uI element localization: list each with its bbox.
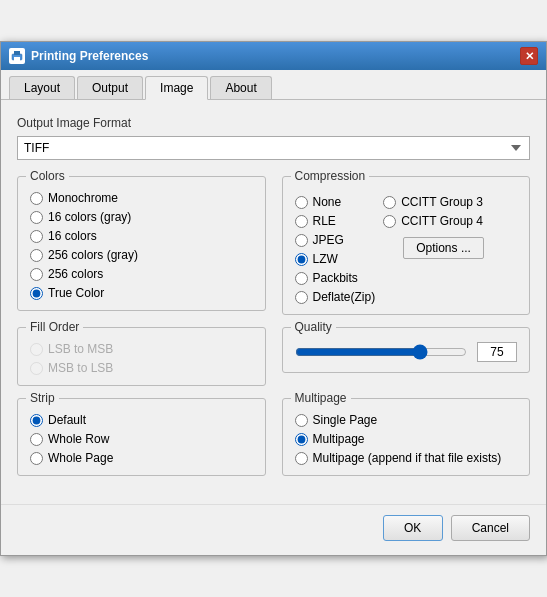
compression-col: Compression None RLE JPEG — [282, 176, 531, 327]
output-format-section: Output Image Format TIFF JPEG PNG BMP — [17, 116, 530, 160]
options-button[interactable]: Options ... — [403, 237, 484, 259]
comp-jpeg[interactable]: JPEG — [295, 233, 376, 247]
strip-multipage-row: Strip Default Whole Row Whole Page — [17, 398, 530, 488]
comp-jpeg-radio[interactable] — [295, 234, 308, 247]
compression-col2: CCITT Group 3 CCITT Group 4 Options ... — [383, 195, 484, 304]
svg-rect-1 — [14, 51, 20, 55]
comp-lzw-radio[interactable] — [295, 253, 308, 266]
color-gray256-radio[interactable] — [30, 249, 43, 262]
comp-ccitt4-radio[interactable] — [383, 215, 396, 228]
comp-none-radio[interactable] — [295, 196, 308, 209]
strip-title: Strip — [26, 391, 59, 405]
multipage-single[interactable]: Single Page — [295, 413, 518, 427]
printer-icon — [9, 48, 25, 64]
tab-output[interactable]: Output — [77, 76, 143, 99]
multipage-title: Multipage — [291, 391, 351, 405]
fillorder-msb-radio — [30, 362, 43, 375]
color-gray16[interactable]: 16 colors (gray) — [30, 210, 253, 224]
fillorder-lsb-radio — [30, 343, 43, 356]
strip-default-radio[interactable] — [30, 414, 43, 427]
color-col256-radio[interactable] — [30, 268, 43, 281]
strip-default[interactable]: Default — [30, 413, 253, 427]
compression-group: Compression None RLE JPEG — [282, 176, 531, 315]
strip-col: Strip Default Whole Row Whole Page — [17, 398, 266, 488]
title-bar: Printing Preferences ✕ — [1, 42, 546, 70]
multipage-col: Multipage Single Page Multipage Multipag… — [282, 398, 531, 488]
comp-rle[interactable]: RLE — [295, 214, 376, 228]
compression-col1: None RLE JPEG LZW — [295, 195, 376, 304]
quality-slider[interactable] — [295, 344, 468, 360]
strip-wholerow-radio[interactable] — [30, 433, 43, 446]
comp-ccitt3-radio[interactable] — [383, 196, 396, 209]
multipage-group: Multipage Single Page Multipage Multipag… — [282, 398, 531, 476]
comp-none[interactable]: None — [295, 195, 376, 209]
color-gray256[interactable]: 256 colors (gray) — [30, 248, 253, 262]
color-col16[interactable]: 16 colors — [30, 229, 253, 243]
color-truecolor[interactable]: True Color — [30, 286, 253, 300]
close-button[interactable]: ✕ — [520, 47, 538, 65]
ok-button[interactable]: OK — [383, 515, 443, 541]
output-format-label: Output Image Format — [17, 116, 530, 130]
tab-content: Output Image Format TIFF JPEG PNG BMP Co… — [1, 100, 546, 504]
multipage-single-radio[interactable] — [295, 414, 308, 427]
comp-ccitt3[interactable]: CCITT Group 3 — [383, 195, 484, 209]
cancel-button[interactable]: Cancel — [451, 515, 530, 541]
fillorder-quality-row: Fill Order LSB to MSB MSB to LSB Quality — [17, 327, 530, 398]
comp-packbits[interactable]: Packbits — [295, 271, 376, 285]
colors-radio-group: Monochrome 16 colors (gray) 16 colors 25… — [30, 191, 253, 300]
footer: OK Cancel — [1, 504, 546, 555]
color-mono[interactable]: Monochrome — [30, 191, 253, 205]
colors-group: Colors Monochrome 16 colors (gray) 16 co… — [17, 176, 266, 311]
strip-group: Strip Default Whole Row Whole Page — [17, 398, 266, 476]
multipage-multi-radio[interactable] — [295, 433, 308, 446]
title-bar-left: Printing Preferences — [9, 48, 148, 64]
fillorder-msb: MSB to LSB — [30, 361, 253, 375]
colors-col: Colors Monochrome 16 colors (gray) 16 co… — [17, 176, 266, 327]
tab-about[interactable]: About — [210, 76, 271, 99]
comp-lzw[interactable]: LZW — [295, 252, 376, 266]
format-dropdown[interactable]: TIFF JPEG PNG BMP — [17, 136, 530, 160]
tab-layout[interactable]: Layout — [9, 76, 75, 99]
comp-ccitt4[interactable]: CCITT Group 4 — [383, 214, 484, 228]
multipage-radio-group: Single Page Multipage Multipage (append … — [295, 413, 518, 465]
color-mono-radio[interactable] — [30, 192, 43, 205]
fillorder-lsb: LSB to MSB — [30, 342, 253, 356]
tab-image[interactable]: Image — [145, 76, 208, 100]
strip-radio-group: Default Whole Row Whole Page — [30, 413, 253, 465]
color-col256[interactable]: 256 colors — [30, 267, 253, 281]
comp-deflate-radio[interactable] — [295, 291, 308, 304]
comp-deflate[interactable]: Deflate(Zip) — [295, 290, 376, 304]
colors-title: Colors — [26, 169, 69, 183]
svg-rect-2 — [14, 57, 20, 61]
comp-rle-radio[interactable] — [295, 215, 308, 228]
strip-wholepage-radio[interactable] — [30, 452, 43, 465]
compression-title: Compression — [291, 169, 370, 183]
quality-value-input[interactable] — [477, 342, 517, 362]
window-title: Printing Preferences — [31, 49, 148, 63]
fillorder-group: Fill Order LSB to MSB MSB to LSB — [17, 327, 266, 386]
tab-bar: Layout Output Image About — [1, 70, 546, 100]
fillorder-col: Fill Order LSB to MSB MSB to LSB — [17, 327, 266, 398]
strip-wholepage[interactable]: Whole Page — [30, 451, 253, 465]
strip-wholerow[interactable]: Whole Row — [30, 432, 253, 446]
printing-preferences-window: Printing Preferences ✕ Layout Output Ima… — [0, 41, 547, 556]
multipage-append[interactable]: Multipage (append if that file exists) — [295, 451, 518, 465]
quality-group: Quality — [282, 327, 531, 373]
fillorder-radio-group: LSB to MSB MSB to LSB — [30, 342, 253, 375]
multipage-multi[interactable]: Multipage — [295, 432, 518, 446]
multipage-append-radio[interactable] — [295, 452, 308, 465]
color-gray16-radio[interactable] — [30, 211, 43, 224]
comp-packbits-radio[interactable] — [295, 272, 308, 285]
colors-compression-row: Colors Monochrome 16 colors (gray) 16 co… — [17, 176, 530, 327]
quality-title: Quality — [291, 320, 336, 334]
quality-col: Quality — [282, 327, 531, 398]
color-col16-radio[interactable] — [30, 230, 43, 243]
fillorder-title: Fill Order — [26, 320, 83, 334]
quality-row — [295, 342, 518, 362]
color-truecolor-radio[interactable] — [30, 287, 43, 300]
